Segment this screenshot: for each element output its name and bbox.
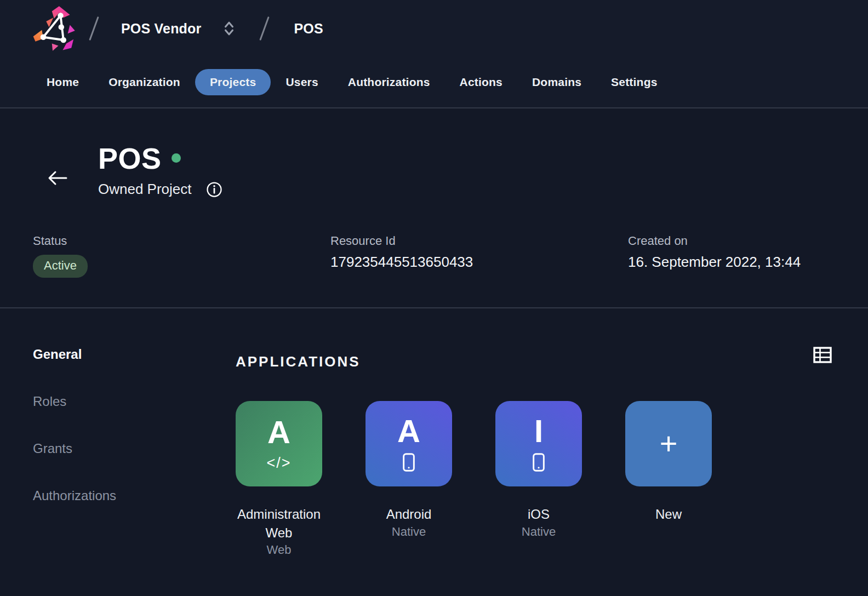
smartphone-icon (530, 452, 547, 472)
tab-authorizations[interactable]: Authorizations (333, 69, 445, 95)
tab-actions[interactable]: Actions (445, 69, 517, 95)
app-type: Native (495, 525, 582, 539)
breadcrumb-project[interactable]: POS (294, 21, 323, 37)
app-type: Web (236, 543, 322, 557)
project-side-nav: General Roles Grants Authorizations (33, 347, 236, 557)
table-view-button[interactable] (813, 347, 832, 363)
tab-domains[interactable]: Domains (517, 69, 596, 95)
sidebar-item-roles[interactable]: Roles (33, 394, 66, 409)
breadcrumb-separator (260, 16, 270, 41)
app-name: Administration Web (236, 505, 322, 542)
app-initial: I (534, 415, 543, 447)
sidebar-item-general[interactable]: General (33, 347, 82, 362)
app-initial: A (397, 415, 420, 447)
applications-heading: APPLICATIONS (236, 353, 361, 370)
table-view-icon (813, 347, 832, 363)
application-cards: A </> Administration Web Web A (236, 401, 832, 557)
project-type-label: Owned Project (98, 181, 192, 198)
app-card-administration-web[interactable]: A </> (236, 401, 322, 486)
tab-users[interactable]: Users (271, 69, 333, 95)
app-card-android[interactable]: A (366, 401, 452, 486)
created-on-value: 16. September 2022, 13:44 (628, 254, 868, 271)
project-header: POS Owned Project (0, 108, 868, 198)
smartphone-icon (400, 452, 418, 472)
created-on-column: Created on 16. September 2022, 13:44 (628, 234, 868, 278)
status-column: Status Active (33, 234, 330, 278)
zitadel-logo-icon[interactable] (32, 5, 78, 51)
breadcrumb-separator (89, 16, 99, 41)
org-switcher-button[interactable] (222, 20, 236, 37)
resource-id-label: Resource Id (330, 234, 628, 248)
top-bar: POS Vendor POS (0, 0, 868, 57)
new-application-card[interactable]: + (625, 401, 712, 486)
arrow-back-icon (47, 169, 68, 187)
breadcrumb: POS Vendor POS (121, 16, 323, 41)
project-detail-content: General Roles Grants Authorizations APPL… (0, 308, 868, 557)
app-item-ios: I iOS Native (495, 401, 582, 557)
app-item-administration-web: A </> Administration Web Web (236, 401, 322, 557)
status-label: Status (33, 234, 330, 248)
app-item-android: A Android Native (366, 401, 452, 557)
app-name: Android (366, 505, 452, 524)
unfold-more-icon (222, 20, 236, 37)
back-button[interactable] (47, 169, 68, 187)
app-type: Native (366, 525, 452, 539)
tab-home[interactable]: Home (32, 69, 94, 95)
resource-id-value: 179235445513650433 (330, 254, 628, 271)
tab-settings[interactable]: Settings (596, 69, 672, 95)
app-name: iOS (495, 505, 582, 524)
project-meta: Status Active Resource Id 17923544551365… (0, 198, 868, 307)
active-state-dot (172, 153, 181, 163)
sidebar-item-authorizations[interactable]: Authorizations (33, 488, 116, 503)
page-title: POS (98, 144, 162, 173)
plus-icon: + (660, 428, 678, 459)
app-card-ios[interactable]: I (495, 401, 582, 486)
main-nav: Home Organization Projects Users Authori… (0, 57, 868, 108)
info-button[interactable] (206, 181, 222, 198)
app-name: New (625, 505, 712, 524)
resource-id-column: Resource Id 179235445513650433 (330, 234, 628, 278)
tab-organization[interactable]: Organization (94, 69, 195, 95)
code-icon: </> (266, 455, 291, 472)
sidebar-item-grants[interactable]: Grants (33, 441, 72, 456)
app-item-new: + New (625, 401, 712, 557)
breadcrumb-org[interactable]: POS Vendor (121, 21, 201, 37)
applications-section: APPLICATIONS A </> Administration Web We… (236, 347, 832, 557)
info-icon (206, 181, 222, 198)
app-initial: A (267, 416, 290, 448)
tab-projects[interactable]: Projects (195, 69, 271, 95)
created-on-label: Created on (628, 234, 868, 248)
status-badge: Active (33, 255, 88, 278)
